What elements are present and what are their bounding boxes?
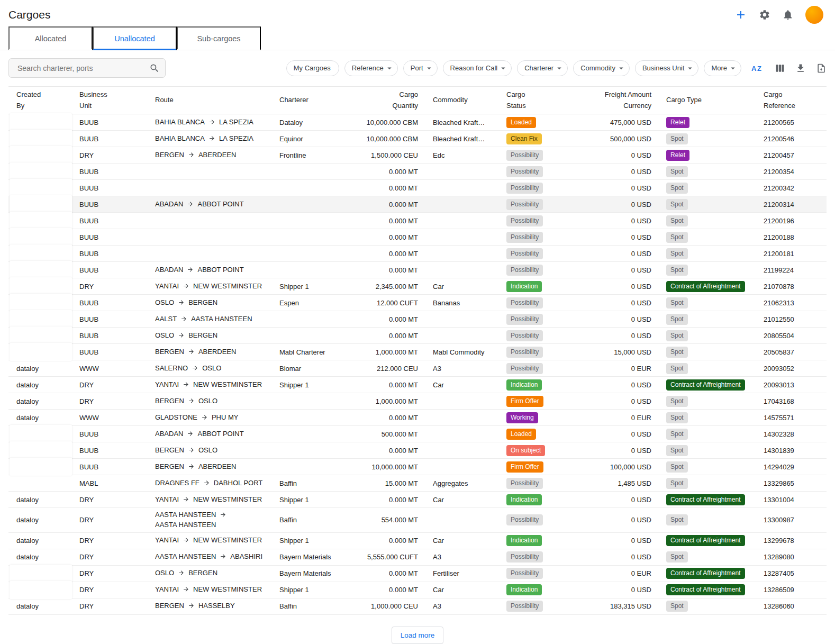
- filter-chip[interactable]: Reference: [344, 60, 398, 76]
- download-button[interactable]: [795, 63, 806, 74]
- chevron-down-icon: [385, 64, 394, 73]
- table-row[interactable]: dataloy DRY YANTAINEW WESTMINSTER Shippe…: [8, 377, 827, 393]
- cargo-type-badge: Spot: [666, 461, 688, 473]
- quantity-cell: 0.000 MT: [343, 246, 424, 262]
- table-row[interactable]: dataloy DRY BERGENOSLO 1,000.000 MT Firm…: [8, 393, 827, 410]
- route-cell: BERGENABERDEEN: [155, 459, 279, 475]
- route-from: BERGEN: [155, 602, 184, 610]
- table-row[interactable]: BUUB 0.000 MT Possibility 0 USD Spot 212…: [8, 180, 827, 196]
- filter-chip[interactable]: My Cargoes: [286, 60, 339, 76]
- table-row[interactable]: BUUB 0.000 MT Possibility 0 USD Spot 212…: [8, 164, 827, 180]
- route-to: NEW WESTMINSTER: [193, 585, 262, 593]
- status-cell: Possibility: [498, 246, 588, 262]
- commodity-cell: Aggregates: [424, 475, 498, 492]
- load-more-button[interactable]: Load more: [392, 627, 444, 644]
- quantity-cell: 1,000.000 MT: [343, 344, 424, 360]
- status-cell: Possibility: [498, 213, 588, 229]
- table-row[interactable]: BUUB ABADANABBOT POINT 0.000 MT Possibil…: [8, 262, 827, 278]
- table-row[interactable]: BUUB BERGENABERDEEN Mabl Charterer 1,000…: [8, 344, 827, 360]
- table-row[interactable]: dataloy DRY YANTAINEW WESTMINSTER Shippe…: [8, 532, 827, 549]
- table-row[interactable]: BUUB OSLOBERGEN Espen 12.000 CUFT Banana…: [8, 295, 827, 311]
- load-more-container: Load more: [0, 615, 835, 644]
- table-row[interactable]: BUUB BERGENABERDEEN 10,000.000 MT Firm O…: [8, 459, 827, 475]
- export-button[interactable]: [816, 63, 827, 74]
- route-from: BAHIA BLANCA: [155, 134, 205, 142]
- quantity-cell: 12.000 CUFT: [343, 295, 424, 311]
- route-to: HASSELBY: [198, 602, 235, 610]
- filter-chip[interactable]: Reason for Call: [443, 60, 512, 76]
- tab-unallocated[interactable]: Unallocated: [93, 26, 177, 50]
- filter-chip[interactable]: Business Unit: [635, 60, 698, 76]
- route-to: DABHOL PORT: [214, 479, 262, 487]
- table-row[interactable]: BUUB AALSTAASTA HANSTEEN 0.000 MT Possib…: [8, 311, 827, 328]
- status-cell: Firm Offer: [498, 393, 588, 410]
- table-row[interactable]: DRY YANTAINEW WESTMINSTER Shipper 1 2,34…: [8, 278, 827, 295]
- table-row[interactable]: dataloy WWW SALERNOOSLO Biomar 212.000 C…: [8, 360, 827, 377]
- created-by-cell: dataloy: [8, 598, 79, 614]
- table-row[interactable]: BUUB 0.000 MT Possibility 0 USD Spot 212…: [8, 246, 827, 262]
- cargo-type-cell: Contract of Affreightment: [658, 377, 760, 393]
- business-unit-cell: BUUB: [79, 196, 155, 213]
- filter-chip[interactable]: Charterer: [517, 60, 568, 76]
- table-row[interactable]: BUUB ABADANABBOT POINT 500.000 MT Loaded…: [8, 426, 827, 442]
- table-row[interactable]: BUUB BERGENOSLO 0.000 MT On subject 0 US…: [8, 442, 827, 459]
- filter-chip[interactable]: More: [704, 60, 741, 76]
- business-unit-cell: BUUB: [79, 459, 155, 475]
- filter-chip[interactable]: Commodity: [573, 60, 630, 76]
- sort-az-button[interactable]: AZ: [751, 62, 765, 74]
- reference-cell: 21012550: [760, 311, 827, 328]
- tab-sub-cargoes[interactable]: Sub-cargoes: [177, 26, 261, 50]
- table-row[interactable]: BUUB 0.000 MT Possibility 0 USD Spot 212…: [8, 229, 827, 246]
- table-row[interactable]: DRY OSLOBERGEN Bayern Materials 0.000 MT…: [8, 565, 827, 582]
- table-row[interactable]: dataloy DRY BERGENHASSELBY Baffin 1,000.…: [8, 598, 827, 614]
- commodity-cell: Bananas: [424, 295, 498, 311]
- table-row[interactable]: DRY BERGENABERDEEN Frontline 1,500.000 C…: [8, 147, 827, 164]
- tab-allocated[interactable]: Allocated: [8, 26, 93, 50]
- avatar[interactable]: [805, 6, 823, 24]
- route-arrow-icon: [188, 463, 195, 470]
- columns-button[interactable]: [775, 63, 785, 74]
- route-arrow-icon: [178, 299, 185, 306]
- table-row[interactable]: MABL DRAGNES FFDABHOL PORT Baffin 15.000…: [8, 475, 827, 492]
- table-row[interactable]: BUUB BAHIA BLANCALA SPEZIA Equinor 10,00…: [8, 131, 827, 147]
- filter-chip[interactable]: Port: [403, 60, 438, 76]
- toolbar-icons: AZ: [751, 62, 827, 74]
- table-row[interactable]: dataloy DRY AASTA HANSTEENABASHIRI Bayer…: [8, 549, 827, 565]
- business-unit-cell: BUUB: [79, 229, 155, 246]
- route-to: AASTA HANSTEEN: [191, 315, 252, 323]
- sort-az-icon: AZ: [751, 62, 765, 74]
- add-button[interactable]: [734, 8, 747, 21]
- table-row[interactable]: BUUB 0.000 MT Possibility 0 USD Spot 212…: [8, 213, 827, 229]
- plus-icon: [734, 8, 747, 21]
- reference-cell: 13329865: [760, 475, 827, 492]
- table-row[interactable]: DRY YANTAINEW WESTMINSTER Shipper 1 0.00…: [8, 582, 827, 598]
- reference-cell: 14575571: [760, 410, 827, 426]
- route-from: OSLO: [155, 569, 174, 577]
- table-row[interactable]: dataloy WWW GLADSTONEPHU MY 0.000 MT Wor…: [8, 410, 827, 426]
- search-input[interactable]: [16, 64, 149, 73]
- reference-cell: 14301839: [760, 442, 827, 459]
- freight-cell: 500,000 USD: [588, 131, 658, 147]
- quantity-cell: 1,500.000 CEU: [343, 147, 424, 164]
- route-to: NEW WESTMINSTER: [193, 282, 262, 290]
- status-cell: Possibility: [498, 262, 588, 278]
- table-row[interactable]: dataloy DRY YANTAINEW WESTMINSTER Shippe…: [8, 492, 827, 508]
- created-by-cell: [8, 213, 79, 229]
- settings-button[interactable]: [759, 9, 770, 21]
- table-row[interactable]: BUUB OSLOBERGEN 0.000 MT Possibility 0 U…: [8, 328, 827, 344]
- chevron-down-icon: [424, 64, 434, 73]
- cargo-type-cell: Spot: [658, 426, 760, 442]
- reference-cell: 21200565: [760, 114, 827, 131]
- status-badge: Possibility: [506, 297, 543, 309]
- filter-chip-label: More: [711, 64, 728, 72]
- table-row[interactable]: dataloy DRY AASTA HANSTEENAASTA HANSTEEN…: [8, 508, 827, 533]
- route-cell: GLADSTONEPHU MY: [155, 410, 279, 426]
- table-row[interactable]: BUUB BAHIA BLANCALA SPEZIA Dataloy 10,00…: [8, 114, 827, 131]
- route-cell: ABADANABBOT POINT: [155, 196, 279, 213]
- filter-chips: My CargoesReferencePortReason for CallCh…: [286, 60, 741, 76]
- reference-cell: 13301004: [760, 492, 827, 508]
- notifications-button[interactable]: [782, 9, 794, 21]
- table-row[interactable]: BUUB ABADANABBOT POINT 0.000 MT Possibil…: [8, 196, 827, 213]
- status-cell: Possibility: [498, 180, 588, 196]
- route-cell: AASTA HANSTEENAASTA HANSTEEN: [155, 508, 279, 533]
